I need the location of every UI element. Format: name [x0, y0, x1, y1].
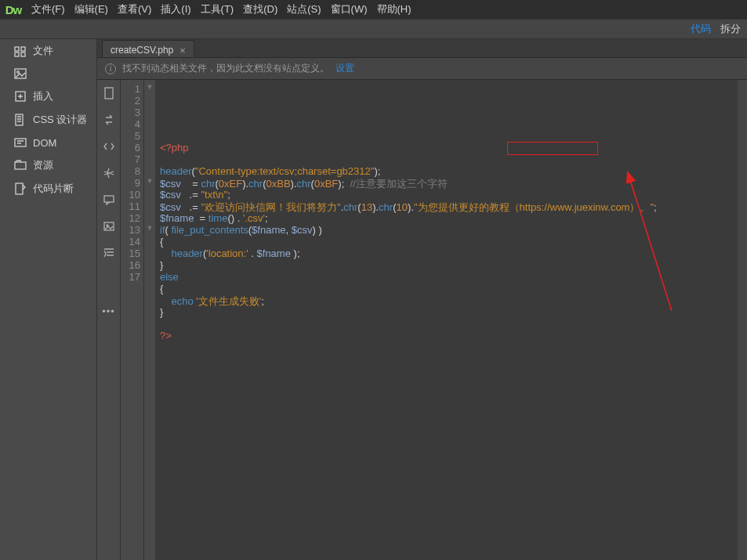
- fold-marker[interactable]: ▼: [144, 224, 155, 236]
- tab-strip: createCSV.php ×: [97, 39, 747, 58]
- line-number: 15: [121, 247, 140, 259]
- svg-rect-8: [15, 139, 26, 146]
- fold-marker: [144, 201, 155, 212]
- line-number: 13: [121, 224, 140, 236]
- panel-item-image[interactable]: [6, 63, 96, 85]
- line-number: 11: [121, 201, 140, 212]
- panel-item-files[interactable]: 文件: [6, 39, 96, 63]
- fold-marker: [144, 271, 155, 283]
- css-icon: [14, 114, 27, 126]
- view-button-code[interactable]: 代码: [691, 22, 711, 36]
- fold-marker[interactable]: ▼: [144, 177, 155, 189]
- code-line[interactable]: $csv .= "txt\n";: [160, 189, 738, 201]
- menu-item[interactable]: 查看(V): [113, 1, 156, 18]
- svg-point-5: [17, 71, 20, 74]
- file-tab[interactable]: createCSV.php ×: [102, 40, 194, 57]
- indent-icon[interactable]: [102, 246, 116, 260]
- panel-item-label: CSS 设计器: [33, 113, 87, 127]
- panel-item-snippet[interactable]: 代码片断: [6, 177, 96, 201]
- panel-item-assets[interactable]: 资源: [6, 154, 96, 177]
- line-number: 5: [121, 130, 140, 142]
- workspace: 文件插入CSS 设计器DOM资源代码片断 createCSV.php × i 找…: [0, 39, 747, 560]
- editor-area: createCSV.php × i 找不到动态相关文件，因为此文档没有站点定义。…: [97, 39, 747, 560]
- star-icon[interactable]: [102, 166, 116, 180]
- message-text: 找不到动态相关文件，因为此文档没有站点定义。: [122, 62, 329, 75]
- svg-rect-7: [16, 114, 23, 125]
- panel-item-css[interactable]: CSS 设计器: [6, 108, 96, 132]
- doc-icon[interactable]: [102, 86, 116, 100]
- close-icon[interactable]: ×: [179, 45, 186, 56]
- fold-marker: [144, 118, 155, 130]
- fold-marker: [144, 212, 155, 224]
- menu-item[interactable]: 编辑(E): [70, 1, 113, 18]
- fold-marker: [144, 142, 155, 154]
- code-line[interactable]: {: [160, 236, 738, 247]
- menu-item[interactable]: 帮助(H): [372, 1, 416, 18]
- line-number: 1: [121, 83, 140, 95]
- insert-icon: [14, 90, 27, 103]
- fold-marker: [144, 130, 155, 142]
- line-number: 6: [121, 142, 140, 154]
- menu-item[interactable]: 工具(T): [196, 1, 239, 18]
- panel-item-insert[interactable]: 插入: [6, 85, 96, 108]
- fold-marker: [144, 259, 155, 271]
- dom-icon: [14, 136, 27, 149]
- code-line[interactable]: $csv .= "欢迎访问抉信网！我们将努力".chr(13).chr(10).…: [160, 201, 738, 212]
- code-line[interactable]: {: [160, 283, 738, 294]
- code-line[interactable]: }: [160, 306, 738, 318]
- menu-item[interactable]: 窗口(W): [326, 1, 372, 18]
- code-line[interactable]: ?>: [160, 330, 738, 341]
- line-number-gutter: 1234567891011121314151617: [121, 80, 144, 560]
- menu-item[interactable]: 站点(S): [282, 1, 325, 18]
- code-line[interactable]: <?php: [160, 142, 738, 154]
- code-body[interactable]: <?phpheader("Content-type:text/csv;chars…: [155, 80, 738, 560]
- code-row: ••• 1234567891011121314151617 ▼▼▼ <?phph…: [97, 80, 747, 560]
- code-icon[interactable]: [102, 139, 116, 154]
- files-icon: [14, 45, 27, 57]
- fold-marker: [144, 107, 155, 118]
- code-line[interactable]: if( file_put_contents($fname, $csv) ): [160, 224, 738, 236]
- line-number: 12: [121, 212, 140, 224]
- panel-item-dom[interactable]: DOM: [6, 132, 96, 154]
- fold-marker: [144, 189, 155, 201]
- dreamweaver-logo: Dw: [3, 2, 24, 17]
- svg-rect-10: [16, 183, 23, 194]
- code-line[interactable]: $csv = chr(0xEF).chr(0xBB).chr(0xBF); //…: [160, 177, 738, 189]
- message-bar: i 找不到动态相关文件，因为此文档没有站点定义。 设置: [97, 58, 747, 80]
- menu-items: 文件(F)编辑(E)查看(V)插入(I)工具(T)查找(D)站点(S)窗口(W)…: [27, 1, 416, 18]
- menu-item[interactable]: 查找(D): [238, 1, 282, 18]
- panel-item-label: 插入: [33, 89, 53, 103]
- view-button-split[interactable]: 拆分: [720, 22, 741, 36]
- line-number: 10: [121, 189, 140, 201]
- code-line[interactable]: [160, 154, 738, 165]
- img-icon[interactable]: [102, 219, 116, 233]
- code-line[interactable]: }: [160, 259, 738, 271]
- line-number: 9: [121, 177, 140, 189]
- left-panel: 文件插入CSS 设计器DOM资源代码片断: [6, 39, 97, 560]
- comment-icon[interactable]: [102, 193, 116, 207]
- fold-marker[interactable]: ▼: [144, 83, 155, 95]
- code-line[interactable]: echo '文件生成失败';: [160, 294, 738, 306]
- swap-icon[interactable]: [102, 113, 116, 127]
- panel-item-label: 资源: [33, 158, 53, 172]
- line-number: 3: [121, 107, 140, 118]
- panel-item-label: 代码片断: [33, 182, 74, 196]
- line-number: 14: [121, 236, 140, 247]
- menu-item[interactable]: 插入(I): [156, 1, 195, 18]
- code-line[interactable]: header('location:' . $fname );: [160, 247, 738, 259]
- file-tab-label: createCSV.php: [111, 45, 173, 56]
- code-line[interactable]: [160, 318, 738, 330]
- message-link-settings[interactable]: 设置: [335, 62, 354, 75]
- code-line[interactable]: header("Content-type:text/csv;charset=gb…: [160, 165, 738, 177]
- fold-marker: [144, 165, 155, 177]
- code-line[interactable]: $fname = time() . '.csv';: [160, 212, 738, 224]
- panel-item-label: DOM: [33, 137, 56, 149]
- code-line[interactable]: else: [160, 271, 738, 283]
- svg-rect-11: [105, 88, 113, 99]
- vertical-scrollbar[interactable]: [738, 80, 747, 560]
- svg-rect-3: [21, 52, 25, 56]
- fold-gutter: ▼▼▼: [144, 80, 155, 560]
- line-number: 17: [121, 271, 140, 283]
- menu-item[interactable]: 文件(F): [27, 1, 70, 18]
- more-icon[interactable]: •••: [102, 304, 116, 318]
